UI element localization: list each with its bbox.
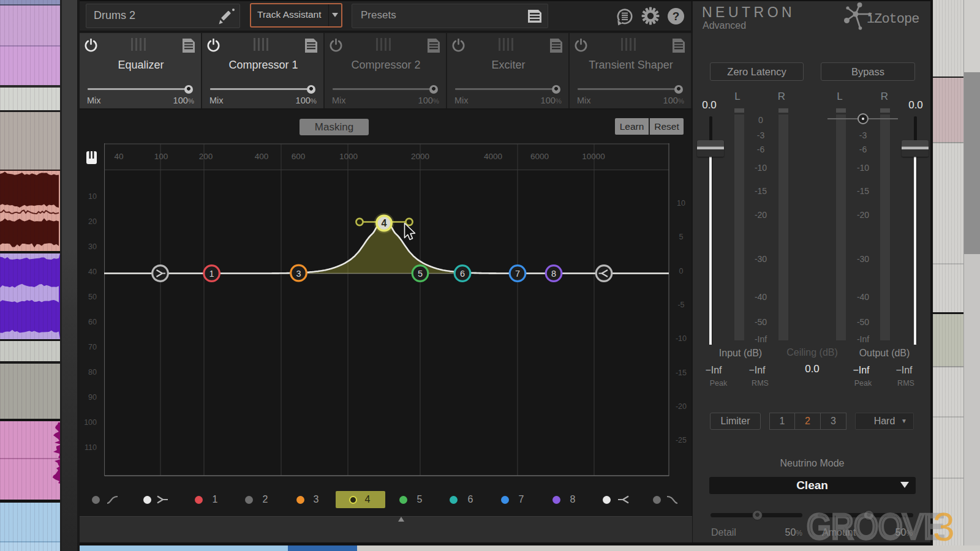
svg-text:4: 4 (382, 218, 387, 228)
svg-text:8: 8 (551, 269, 556, 279)
svg-text:7: 7 (515, 269, 520, 279)
svg-text:6: 6 (460, 269, 465, 279)
svg-text:3: 3 (296, 269, 301, 279)
svg-text:5: 5 (418, 269, 423, 279)
svg-text:1: 1 (209, 269, 214, 279)
